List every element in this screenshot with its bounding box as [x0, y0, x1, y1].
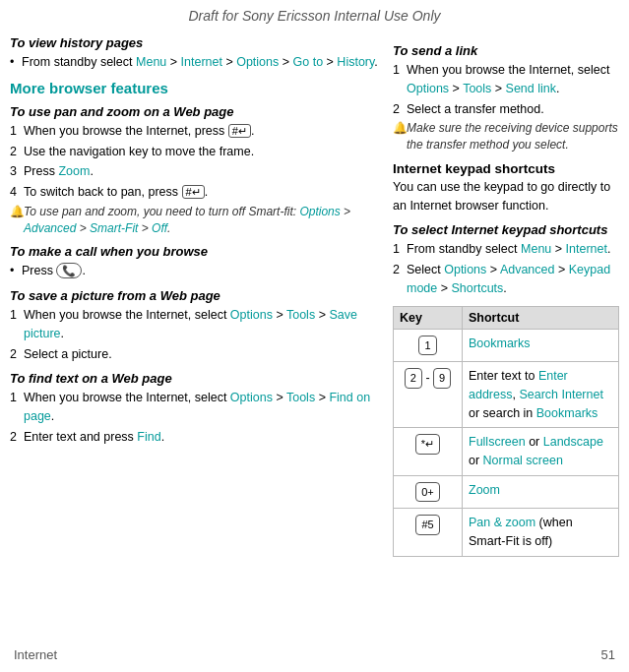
section-select-shortcuts-title: To select Internet keypad shortcuts — [393, 222, 619, 237]
select-shortcuts-step-2: 2 Select Options > Advanced > Keypad mod… — [393, 261, 619, 298]
shortcut-bookmarks: Bookmarks — [463, 329, 619, 362]
send-link-note: 🔔 Make sure the receiving device support… — [393, 120, 619, 153]
send-link-step-1: 1 When you browse the Internet, select O… — [393, 61, 619, 98]
pan-zoom-note: 🔔 To use pan and zoom, you need to turn … — [10, 204, 383, 237]
key-2-9: 2 - 9 — [394, 362, 463, 428]
select-shortcuts-step-1: 1 From standby select Menu > Internet. — [393, 240, 619, 259]
footer-left: Internet — [14, 647, 57, 662]
section-find-text-title: To find text on a Web page — [10, 371, 383, 386]
find-text-step-1: 1 When you browse the Internet, select O… — [10, 389, 383, 426]
right-column: To send a link 1 When you browse the Int… — [393, 30, 619, 557]
key-0plus: 0+ — [394, 475, 463, 509]
call-browse-bullet: • Press 📞. — [10, 262, 383, 280]
key-star: *↵ — [394, 428, 463, 476]
shortcut-zoom: Zoom — [463, 475, 619, 509]
key-hash5: #5 — [394, 509, 463, 557]
shortcut-enter-text: Enter text to Enter address, Search Inte… — [463, 362, 619, 428]
section-call-while-browse-title: To make a call when you browse — [10, 244, 383, 259]
table-row: 2 - 9 Enter text to Enter address, Searc… — [394, 362, 619, 428]
section-send-link-title: To send a link — [393, 43, 619, 58]
save-pic-step-2: 2 Select a picture. — [10, 345, 383, 364]
table-row: #5 Pan & zoom (when Smart-Fit is off) — [394, 509, 619, 557]
find-text-step-2: 2 Enter text and press Find. — [10, 428, 383, 447]
key-1: 1 — [394, 329, 463, 362]
section-save-picture-title: To save a picture from a Web page — [10, 288, 383, 303]
pan-zoom-step-3: 3 Press Zoom. — [10, 162, 383, 181]
more-browser-heading: More browser features — [10, 80, 383, 96]
section-to-view-history-title: To view history pages — [10, 35, 383, 50]
table-header-shortcut: Shortcut — [463, 306, 619, 329]
footer: Internet 51 — [0, 647, 629, 662]
shortcut-fullscreen: Fullscreen or Landscape or Normal screen — [463, 428, 619, 476]
left-column: To view history pages • From standby sel… — [10, 30, 383, 557]
internet-shortcuts-body: You can use the keypad to go directly to… — [393, 178, 619, 215]
table-row: 1 Bookmarks — [394, 329, 619, 362]
footer-right: 51 — [601, 647, 615, 662]
send-link-step-2: 2 Select a transfer method. — [393, 100, 619, 119]
section-pan-zoom-title: To use pan and zoom on a Web page — [10, 104, 383, 119]
table-row: 0+ Zoom — [394, 475, 619, 509]
internet-shortcuts-heading: Internet keypad shortcuts — [393, 161, 619, 176]
save-pic-step-1: 1 When you browse the Internet, select O… — [10, 306, 383, 343]
header: Draft for Sony Ericsson Internal Use Onl… — [0, 0, 629, 30]
pan-zoom-step-1: 1 When you browse the Internet, press #↵… — [10, 122, 383, 141]
table-row: *↵ Fullscreen or Landscape or Normal scr… — [394, 428, 619, 476]
table-header-key: Key — [394, 306, 463, 329]
shortcuts-table: Key Shortcut 1 Bookmarks 2 - 9 Enter tex… — [393, 306, 619, 557]
shortcut-pan-zoom: Pan & zoom (when Smart-Fit is off) — [463, 509, 619, 557]
history-bullet: • From standby select Menu > Internet > … — [10, 53, 383, 72]
pan-zoom-step-4: 4 To switch back to pan, press #↵. — [10, 183, 383, 202]
pan-zoom-step-2: 2 Use the navigation key to move the fra… — [10, 143, 383, 161]
